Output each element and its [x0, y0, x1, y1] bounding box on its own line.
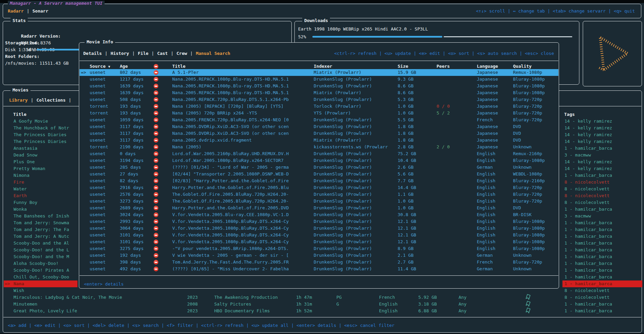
search-row[interactable]: usenet3064 daysV.for.Vendetta.2005.1080p…: [80, 225, 558, 232]
modal-tab-details[interactable]: Details: [83, 50, 102, 57]
search-row[interactable]: usenet1217 daysNana.2005.REPACK.1080p.Bl…: [80, 76, 558, 83]
search-row[interactable]: torrent193 daysNana (2005) 720p BRRip x2…: [80, 110, 558, 117]
search-row[interactable]: usenet3273 daysThe.Goblet.Of.Fire.2005.B…: [80, 198, 558, 205]
search-row[interactable]: usenet3024 daysV.for.Vendetta.2005.Blu-r…: [80, 211, 558, 218]
search-row[interactable]: usenet3194 daysLord.of.War.2005.1080p.Bl…: [80, 157, 558, 164]
cell-source: usenet: [90, 157, 106, 164]
movies-keybinds: <a> add | <e> edit | <o> sort | <del> de…: [8, 322, 395, 329]
reject-icon: [154, 70, 158, 75]
search-row[interactable]: usenet3275 days-"V pour vendetta.2005.BR…: [80, 245, 558, 252]
modal-tab-cast[interactable]: Cast: [157, 50, 168, 57]
logo-panel: [583, 21, 642, 86]
modal-tab-manual-search[interactable]: Manual Search: [196, 50, 230, 57]
cell-quality: Bluray-1080p: [513, 83, 545, 89]
cell-quality: Unknown: [513, 252, 532, 259]
tab-sonarr[interactable]: Sonarr: [32, 8, 48, 15]
col-size[interactable]: Size: [398, 63, 408, 70]
cell-tag: 14 - kelly ramirez: [564, 165, 612, 172]
cell-rating: G: [336, 301, 339, 308]
cell-indexer: DrunkenSlug (Prowlarr): [314, 96, 372, 103]
cell-age: 3117 days: [120, 123, 143, 130]
tab-library[interactable]: Library: [9, 97, 28, 104]
app-title: Managarr - A Servarr management TUI: [8, 1, 105, 6]
search-row[interactable]: usenet3101 daysV.for.Vendetta.2005.1080p…: [80, 232, 558, 238]
search-row[interactable]: usenet492 days(????) [01/65] - "Miss Und…: [80, 266, 558, 272]
search-row[interactable]: usenet285 days(????) [01/34] - "Lord of …: [80, 164, 558, 171]
cell-age: 2993 days: [120, 218, 143, 225]
col-title[interactable]: Title: [172, 63, 185, 70]
cell-size: 10.4 GB: [398, 157, 416, 164]
search-row[interactable]: =>usenet802 daysA 5.1-PTerMiatrix (Prowl…: [80, 69, 558, 76]
cell-size: 15.9 GB: [398, 69, 416, 76]
search-row[interactable]: usenet1639 daysNana.2005.REPACK.1080p.Bl…: [80, 89, 558, 96]
search-row[interactable]: usenet2993 daysV.for.Vendetta.2005.1080p…: [80, 218, 558, 225]
tab-collections[interactable]: Collections: [37, 97, 66, 104]
cell-tag: 3 - macmww: [564, 213, 591, 220]
cell-movie-title: Chill Out, Scooby-Doo: [14, 274, 69, 280]
cell-language: English: [477, 245, 495, 252]
cell-source: usenet: [90, 184, 106, 191]
cell-age: 508 days: [120, 96, 141, 103]
col-age[interactable]: Age: [120, 63, 128, 70]
cell-title: Nana (2005): [172, 144, 201, 150]
cell-tag: 14 - kelly ramirez: [564, 131, 612, 138]
search-row[interactable]: usenet3101 daysV.for.Vendetta.2005.1080p…: [80, 238, 558, 245]
cell-indexer: DrunkenSlug (Prowlarr): [314, 232, 372, 238]
search-row[interactable]: torrent193 daysNana (2005) [REPACK] [720…: [80, 103, 558, 110]
cell-tag: 1 - hamilcar_barca: [564, 267, 612, 274]
search-row[interactable]: usenet82 days[02/83] "Harry.Potter.and.t…: [80, 178, 558, 184]
cell-source: torrent: [90, 144, 108, 150]
reject-icon: [154, 104, 158, 109]
search-row[interactable]: usenet2576 daysThe.Goblet.Of.Fire.2005.B…: [80, 191, 558, 198]
col-language[interactable]: Language: [477, 63, 498, 70]
search-row[interactable]: usenet2689 daysHarry.Potter.and.the.Gobl…: [80, 205, 558, 211]
search-row[interactable]: usenet192 daysV wie Vendetta - 2005 - ge…: [80, 252, 558, 259]
search-row[interactable]: usenet1639 daysNana.2005.REPACK.1080p.Bl…: [80, 83, 558, 89]
search-row[interactable]: usenet3117 daysNana.2005.DVDRip.XviD.AC3…: [80, 130, 558, 137]
cell-title: nana.2005.dvdrip.xvid.fragment: [172, 137, 252, 144]
tab-divider: |: [66, 97, 74, 104]
cell-indexer: YTS (Prowlarr): [314, 110, 351, 117]
cell-movie-title: Scooby-Doo and the Al: [14, 240, 69, 247]
col-indexer[interactable]: Indexer: [314, 63, 332, 70]
search-row[interactable]: torrent2190 daysNana (2005)kickasstorren…: [80, 144, 558, 150]
modal-tab-file[interactable]: File: [138, 50, 148, 57]
cell-source: usenet: [90, 130, 106, 137]
tab-divider: |: [28, 97, 37, 104]
cell-title: V.for.Vendetta.2005.1080p.BluRay.DTS.x26…: [172, 232, 289, 238]
cell-source: usenet: [90, 218, 106, 225]
reject-icon: [154, 111, 158, 116]
cell-quality: Bluray-720p: [513, 103, 542, 110]
cell-language: English: [477, 198, 495, 205]
movie-row[interactable]: Minutemen2008Salty Pictures1h 31mGEnglis…: [3, 301, 641, 308]
search-row[interactable]: usenet3117 daysNana.2005.DVDRip.XviD.AC3…: [80, 123, 558, 130]
app-panel: Managarr - A Servarr management TUI Rada…: [3, 4, 641, 18]
search-row[interactable]: usenet508 daysNana.2005.REPACK.720p.BluR…: [80, 96, 558, 103]
col-quality[interactable]: Quality: [513, 63, 532, 70]
tab-radarr[interactable]: Radarr: [8, 8, 24, 15]
search-row[interactable]: usenet1059 daysNana.2005.FRENCH.720p.Blu…: [80, 117, 558, 123]
reject-icon: [154, 97, 158, 102]
search-row[interactable]: usenet0 daysLord.of.War.2005.2160p.BluRa…: [80, 150, 558, 157]
search-row[interactable]: usenet3117 daysnana.2005.dvdrip.xvid.fra…: [80, 137, 558, 144]
selection-indicator: =>: [81, 69, 86, 76]
modal-tab-history[interactable]: History: [111, 50, 129, 57]
cell-age: 3194 days: [120, 157, 143, 164]
search-row[interactable]: usenet2916 daysHarry.Potter.and.the.Gobl…: [80, 184, 558, 191]
cell-age: 0 days: [120, 150, 136, 157]
movie-row[interactable]: Great Photo, Lovely Life2023HBO Document…: [3, 308, 641, 314]
col-peers[interactable]: Peers: [437, 63, 450, 70]
cell-age: 492 days: [120, 266, 141, 272]
cell-indexer: Torlock (Prowlarr): [314, 103, 361, 110]
cell-size: 12.1 GB: [398, 218, 416, 225]
movie-row[interactable]: Miraculous: Ladybug & Cat Noir, The Movi…: [3, 294, 641, 301]
reject-icon: [154, 267, 158, 271]
search-row[interactable]: usenet398 daysTom.And.Jerry.The.Fast.And…: [80, 259, 558, 266]
reject-icon: [154, 239, 158, 244]
search-row[interactable]: usenet27 days[02/44] "Transporter 2.2005…: [80, 171, 558, 178]
modal-tab-crew[interactable]: Crew: [177, 50, 187, 57]
cell-indexer: DrunkenSlug (Prowlarr): [314, 123, 372, 130]
stats-root-label: Root Folders:: [5, 53, 40, 60]
cell-quality: DVD: [513, 130, 521, 137]
movies-footer-divider: [3, 317, 641, 317]
